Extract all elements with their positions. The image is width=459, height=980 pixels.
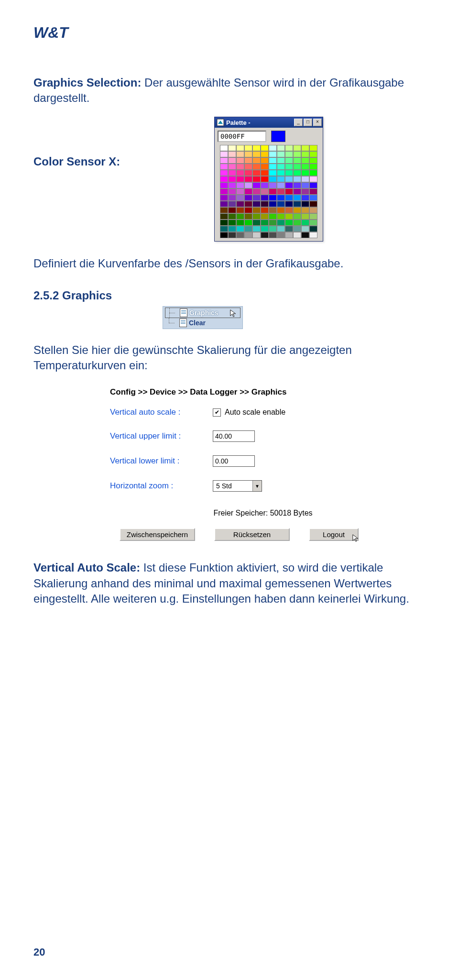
palette-color-cell[interactable] — [277, 207, 285, 213]
palette-color-cell[interactable] — [236, 207, 244, 213]
palette-color-cell[interactable] — [293, 182, 301, 188]
palette-color-cell[interactable] — [261, 201, 269, 207]
select-horizontal-zoom[interactable]: 5 Std ▼ — [213, 480, 262, 492]
palette-color-cell[interactable] — [261, 176, 269, 182]
palette-color-cell[interactable] — [293, 232, 301, 238]
palette-color-cell[interactable] — [309, 226, 317, 232]
palette-color-cell[interactable] — [269, 176, 277, 182]
palette-color-cell[interactable] — [301, 151, 309, 157]
palette-color-cell[interactable] — [277, 195, 285, 201]
palette-color-cell[interactable] — [236, 195, 244, 201]
palette-color-cell[interactable] — [252, 213, 261, 220]
palette-color-cell[interactable] — [252, 220, 261, 226]
palette-color-cell[interactable] — [293, 201, 301, 207]
palette-color-cell[interactable] — [244, 176, 252, 182]
palette-color-cell[interactable] — [228, 201, 236, 207]
palette-color-cell[interactable] — [285, 220, 293, 226]
palette-color-cell[interactable] — [277, 151, 285, 157]
palette-color-cell[interactable] — [309, 232, 317, 238]
palette-titlebar[interactable]: Palette - _ □ × — [215, 117, 323, 128]
palette-color-cell[interactable] — [228, 164, 236, 170]
palette-color-cell[interactable] — [301, 157, 309, 164]
palette-color-cell[interactable] — [228, 213, 236, 220]
palette-color-cell[interactable] — [220, 145, 228, 151]
palette-color-grid[interactable] — [220, 145, 317, 238]
palette-color-cell[interactable] — [277, 157, 285, 164]
palette-color-cell[interactable] — [269, 232, 277, 238]
palette-color-cell[interactable] — [269, 157, 277, 164]
checkbox-auto-scale[interactable] — [213, 408, 221, 417]
palette-color-cell[interactable] — [252, 232, 261, 238]
palette-color-cell[interactable] — [285, 176, 293, 182]
palette-color-cell[interactable] — [252, 207, 261, 213]
palette-color-cell[interactable] — [220, 201, 228, 207]
palette-color-cell[interactable] — [236, 201, 244, 207]
palette-color-cell[interactable] — [293, 151, 301, 157]
palette-color-cell[interactable] — [293, 164, 301, 170]
palette-color-cell[interactable] — [293, 145, 301, 151]
palette-color-cell[interactable] — [301, 182, 309, 188]
palette-color-cell[interactable] — [285, 232, 293, 238]
palette-color-cell[interactable] — [285, 201, 293, 207]
palette-color-cell[interactable] — [261, 164, 269, 170]
palette-color-cell[interactable] — [269, 170, 277, 176]
button-logout[interactable]: Logout — [309, 528, 359, 541]
palette-color-cell[interactable] — [301, 220, 309, 226]
palette-color-cell[interactable] — [301, 195, 309, 201]
palette-color-cell[interactable] — [293, 213, 301, 220]
palette-color-cell[interactable] — [285, 170, 293, 176]
palette-color-cell[interactable] — [236, 176, 244, 182]
palette-color-cell[interactable] — [293, 195, 301, 201]
palette-color-cell[interactable] — [309, 182, 317, 188]
palette-color-cell[interactable] — [301, 170, 309, 176]
palette-color-cell[interactable] — [309, 170, 317, 176]
palette-color-cell[interactable] — [228, 176, 236, 182]
palette-color-cell[interactable] — [228, 207, 236, 213]
palette-color-cell[interactable] — [301, 232, 309, 238]
palette-color-cell[interactable] — [277, 182, 285, 188]
palette-color-cell[interactable] — [277, 226, 285, 232]
palette-color-cell[interactable] — [220, 226, 228, 232]
palette-color-cell[interactable] — [293, 226, 301, 232]
palette-color-cell[interactable] — [220, 213, 228, 220]
palette-color-cell[interactable] — [277, 176, 285, 182]
palette-color-cell[interactable] — [301, 188, 309, 195]
palette-color-cell[interactable] — [269, 213, 277, 220]
button-ruecksetzen[interactable]: Rücksetzen — [214, 528, 290, 541]
palette-color-cell[interactable] — [309, 176, 317, 182]
palette-color-cell[interactable] — [220, 164, 228, 170]
palette-color-cell[interactable] — [285, 157, 293, 164]
palette-color-cell[interactable] — [244, 151, 252, 157]
palette-color-cell[interactable] — [277, 188, 285, 195]
palette-color-cell[interactable] — [244, 145, 252, 151]
palette-color-cell[interactable] — [269, 188, 277, 195]
palette-color-cell[interactable] — [285, 226, 293, 232]
palette-color-cell[interactable] — [220, 157, 228, 164]
palette-color-cell[interactable] — [244, 220, 252, 226]
palette-color-cell[interactable] — [269, 220, 277, 226]
palette-color-cell[interactable] — [285, 188, 293, 195]
palette-color-cell[interactable] — [285, 182, 293, 188]
palette-color-cell[interactable] — [301, 207, 309, 213]
palette-color-cell[interactable] — [269, 195, 277, 201]
button-zwischenspeichern[interactable]: Zwischenspeichern — [120, 528, 195, 541]
palette-color-cell[interactable] — [277, 164, 285, 170]
palette-color-cell[interactable] — [261, 220, 269, 226]
palette-color-cell[interactable] — [228, 157, 236, 164]
palette-color-cell[interactable] — [252, 170, 261, 176]
palette-color-cell[interactable] — [261, 157, 269, 164]
palette-color-cell[interactable] — [285, 207, 293, 213]
palette-color-cell[interactable] — [261, 232, 269, 238]
palette-color-cell[interactable] — [220, 151, 228, 157]
palette-color-cell[interactable] — [301, 176, 309, 182]
palette-color-cell[interactable] — [261, 151, 269, 157]
palette-color-cell[interactable] — [252, 188, 261, 195]
palette-color-cell[interactable] — [301, 213, 309, 220]
palette-color-cell[interactable] — [236, 188, 244, 195]
palette-color-cell[interactable] — [236, 220, 244, 226]
palette-color-cell[interactable] — [252, 226, 261, 232]
palette-color-cell[interactable] — [228, 226, 236, 232]
palette-color-cell[interactable] — [261, 195, 269, 201]
palette-color-cell[interactable] — [301, 226, 309, 232]
palette-color-cell[interactable] — [309, 207, 317, 213]
